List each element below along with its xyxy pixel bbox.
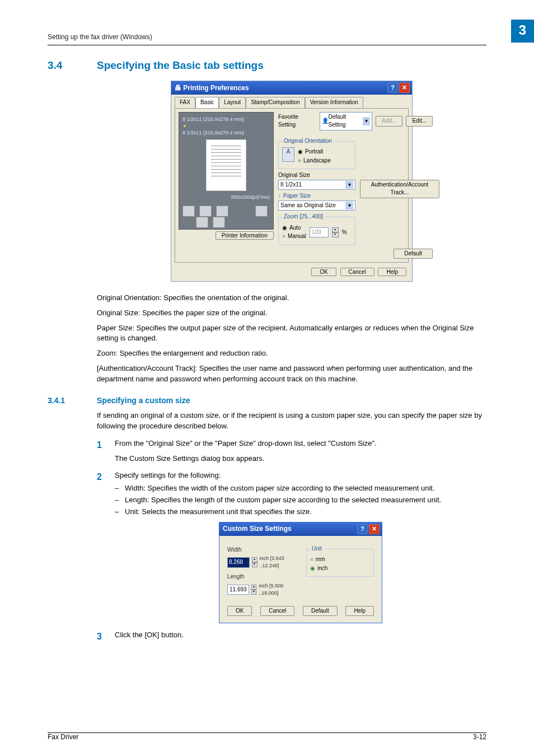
length-range: inch [5.500 ..18.000]	[259, 582, 295, 597]
orientation-group: Original Orientation A ◉Portrait ○Landsc…	[278, 137, 355, 170]
width-range: inch [3.543 ..12.248]	[260, 555, 295, 570]
close-icon[interactable]: ✕	[369, 524, 380, 534]
unit-mm-radio[interactable]: ○	[310, 556, 313, 564]
zoom-legend: Zoom [25...400]	[282, 213, 325, 221]
body-text: Zoom: Specifies the enlargement and redu…	[97, 348, 486, 359]
dialog-title: 🖶 Printing Preferences	[175, 83, 249, 93]
help-icon[interactable]: ?	[357, 524, 368, 534]
help-button[interactable]: Help	[345, 606, 374, 617]
landscape-radio[interactable]: ○	[298, 157, 301, 165]
body-text: [Authentication/Account Track]: Specifie…	[97, 363, 486, 385]
chapter-number: 3	[511, 20, 534, 43]
zoom-value-input[interactable]: 100	[310, 227, 329, 238]
orientation-legend: Original Orientation	[282, 137, 334, 146]
help-icon[interactable]: ?	[387, 83, 398, 93]
paper-size-label: Paper Size	[283, 192, 311, 200]
preview-panel: 8 1/2x11 (215.9x279.4 mm) ▼ 8 1/2x11 (21…	[179, 112, 274, 230]
length-label: Length	[227, 573, 295, 581]
cancel-button[interactable]: Cancel	[340, 268, 374, 276]
length-spinner[interactable]: ▴▾	[251, 585, 257, 595]
width-spinner[interactable]: ▴▾	[252, 557, 257, 567]
length-input[interactable]: 11.693	[227, 585, 249, 595]
view-icon-4[interactable]	[255, 206, 268, 217]
page-preview-icon	[206, 139, 246, 191]
zoom-auto-radio[interactable]: ◉	[282, 224, 287, 232]
bullet-text: Width: Specifies the width of the custom…	[115, 483, 486, 494]
zoom-manual-radio[interactable]: ○	[282, 232, 285, 241]
portrait-radio[interactable]: ◉	[298, 148, 303, 156]
tab-version[interactable]: Version Information	[305, 97, 363, 108]
original-size-label: Original Size	[278, 171, 355, 180]
width-input[interactable]: 8.268	[227, 557, 250, 568]
favorite-select[interactable]: 👤 Default Setting▾	[320, 112, 373, 130]
body-text: Original Orientation: Specifies the orie…	[97, 293, 486, 304]
subsection-number: 3.4.1	[48, 395, 81, 406]
preview-size-2: 8 1/2x11 (215.9x279.4 mm)	[182, 129, 270, 137]
dpi-label: 200x200dpi(Fine)	[231, 194, 270, 201]
unit-legend: Unit	[310, 545, 324, 553]
dialog-title: Custom Size Settings	[223, 524, 292, 534]
ok-button[interactable]: OK	[311, 268, 336, 276]
footer-left: Fax Driver	[48, 732, 78, 742]
body-text: If sending an original of a custom size,…	[97, 410, 486, 432]
bullet-text: Unit: Selects the measurement unit that …	[115, 507, 486, 517]
printing-preferences-dialog: 🖶 Printing Preferences ? ✕ FAX Basic Lay…	[171, 81, 413, 282]
unit-group: Unit ○mm ◉inch	[306, 545, 374, 577]
original-size-select[interactable]: 8 1/2x11▾	[278, 180, 355, 190]
view-icon-3[interactable]	[216, 206, 228, 217]
zoom-spinner[interactable]: ▴▾	[332, 227, 339, 237]
footer-right: 3-12	[473, 732, 486, 742]
unit-inch-radio[interactable]: ◉	[310, 564, 315, 573]
tab-basic[interactable]: Basic	[195, 97, 219, 108]
auth-button[interactable]: Authentication/Account Track...	[360, 180, 439, 198]
bullet-text: Length: Specifies the length of the cust…	[115, 495, 486, 506]
step-text: The Custom Size Settings dialog box appe…	[115, 454, 486, 464]
subsection-title: Specifying a custom size	[97, 395, 190, 406]
default-button[interactable]: Default	[303, 606, 338, 617]
view-icon-1[interactable]	[182, 206, 195, 217]
preview-size-1: 8 1/2x11 (215.9x279.4 mm)	[182, 116, 270, 123]
add-button: Add...	[376, 116, 402, 127]
step-text: Click the [OK] button.	[115, 630, 486, 641]
view-icon-2[interactable]	[199, 206, 212, 217]
paper-icon[interactable]	[213, 217, 225, 228]
ok-button[interactable]: OK	[227, 606, 252, 617]
section-number: 3.4	[48, 58, 81, 73]
cancel-button[interactable]: Cancel	[260, 606, 294, 617]
body-text: Paper Size: Specifies the output paper s…	[97, 323, 486, 344]
close-icon[interactable]: ✕	[399, 83, 410, 93]
printer-icon[interactable]	[196, 217, 208, 228]
width-label: Width	[227, 546, 295, 554]
tab-stamp[interactable]: Stamp/Composition	[246, 97, 305, 108]
zoom-group: Zoom [25...400] ◉Auto ○Manual 100 ▴▾ %	[278, 213, 355, 245]
body-text: Original Size: Specifies the paper size …	[97, 308, 486, 319]
help-button[interactable]: Help	[378, 268, 406, 276]
printer-information-button[interactable]: Printer Information	[216, 231, 274, 240]
favorite-label: Favorite Setting	[278, 113, 316, 129]
custom-size-dialog: Custom Size Settings ? ✕ Width 8.268 ▴▾	[219, 522, 382, 624]
step-number: 2	[97, 470, 102, 483]
tab-fax[interactable]: FAX	[175, 97, 195, 108]
paper-size-select[interactable]: Same as Original Size▾	[278, 200, 355, 211]
section-title: Specifying the Basic tab settings	[97, 58, 264, 73]
breadcrumb: Setting up the fax driver (Windows)	[48, 32, 152, 42]
step-number: 3	[97, 630, 102, 643]
edit-button[interactable]: Edit...	[406, 116, 433, 127]
step-text: Specify settings for the following:	[115, 470, 486, 481]
step-number: 1	[97, 438, 102, 451]
step-text: From the "Original Size" or the "Paper S…	[115, 438, 486, 449]
default-button[interactable]: Default	[394, 249, 433, 259]
tab-layout[interactable]: Layout	[219, 97, 246, 108]
